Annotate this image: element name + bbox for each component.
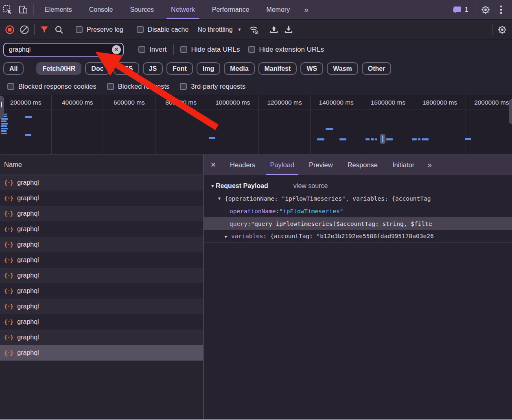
request-row[interactable]: graphql [0,237,203,252]
filter-checkbox[interactable] [107,83,114,90]
payload-variables-row[interactable]: ▶ variables: {accountTag: "b12e3b2192ee5… [204,230,512,243]
type-chip[interactable]: Font [166,62,193,75]
payload-root-node[interactable]: ▼ {operationName: "ipFlowTimeseries", va… [204,192,512,205]
network-conditions-icon[interactable] [247,23,261,37]
preserve-log-toggle[interactable]: Preserve log [72,26,127,33]
export-har-icon[interactable] [281,23,296,37]
request-row[interactable]: graphql [0,268,203,283]
devtools-tab[interactable]: Sources [121,0,162,19]
type-chip[interactable]: Media [224,62,254,75]
invert-toggle[interactable]: Invert [134,46,171,54]
request-row[interactable]: graphql [0,221,203,237]
clear-filter-icon[interactable]: ✕ [112,45,121,54]
filter-checkbox[interactable] [180,83,187,90]
fetch-xhr-icon [4,195,13,201]
request-name: graphql [17,334,39,341]
invert-checkbox[interactable] [138,46,145,53]
details-tab[interactable]: Initiator [385,155,422,175]
search-icon[interactable] [52,23,66,37]
type-chip[interactable]: Other [362,62,392,75]
devtools-tab[interactable]: Memory [258,0,298,19]
request-row[interactable]: graphql [0,206,203,221]
type-chip[interactable]: Fetch/XHR [36,62,81,75]
filter-toggle[interactable]: Blocked response cookies [3,83,101,90]
inspect-element-icon[interactable] [0,2,15,17]
type-chip[interactable]: CSS [114,62,139,75]
timeline-scroll-handle-right[interactable] [509,99,512,124]
filter-row: ✕ Invert Hide data URLs Hide extension U… [0,40,512,59]
disable-cache-toggle[interactable]: Disable cache [133,26,193,33]
hide-extension-urls-label: Hide extension URLs [259,46,324,54]
device-toolbar-icon[interactable] [15,2,31,17]
fetch-xhr-icon [4,288,13,294]
payload-operation-name-row[interactable]: operationName: "ipFlowTimeseries" [204,205,512,217]
request-row[interactable]: graphql [0,330,203,345]
close-details-icon[interactable]: × [204,160,223,170]
clear-button[interactable] [17,23,32,37]
filter-toggle[interactable]: 3rd-party requests [176,83,249,90]
collapsed-node-icon[interactable]: ▶ [225,234,228,238]
details-tab[interactable]: Headers [223,155,263,175]
request-row[interactable]: graphql [0,345,203,361]
type-chip[interactable]: Img [197,62,220,75]
hide-data-urls-checkbox[interactable] [180,46,187,53]
request-row[interactable]: graphql [0,252,203,268]
waterfall-bar [1,133,7,134]
request-row[interactable]: graphql [0,299,203,314]
expanded-node-icon[interactable]: ▼ [218,196,221,201]
devtools-tab[interactable]: Elements [36,0,81,19]
request-row[interactable]: graphql [0,175,203,190]
request-row[interactable]: graphql [0,190,203,206]
waterfall-bar [1,125,7,127]
settings-gear-icon[interactable] [478,2,493,17]
details-tabs: HeadersPayloadPreviewResponseInitiator [223,155,422,175]
filter-toggle[interactable]: Blocked requests [103,83,174,90]
waterfall-bar [326,128,333,130]
record-button[interactable] [2,23,17,37]
type-chip[interactable]: Manifest [258,62,297,75]
devtools-tab[interactable]: Network [162,0,203,19]
details-tab[interactable]: Payload [263,155,302,175]
preserve-log-checkbox[interactable] [76,26,83,33]
type-chip[interactable]: Doc [85,62,109,75]
ruler-label: 1600000 ms [362,95,414,154]
type-chip[interactable]: JS [143,62,163,75]
issues-count: 1 [465,6,468,14]
filter-funnel-icon[interactable] [37,23,52,37]
json-key: query [230,221,247,227]
issues-button[interactable]: 1 [449,6,473,14]
ruler-label: 2000000 ms [466,95,512,154]
filter-label: Blocked response cookies [18,83,96,90]
more-tabs-icon[interactable]: » [298,5,313,14]
filter-checkbox[interactable] [7,83,14,90]
view-source-link[interactable]: view source [293,182,328,190]
filter-input[interactable] [3,43,124,57]
kebab-menu-icon[interactable] [493,2,509,17]
type-chip[interactable]: WS [300,62,323,75]
more-filters-row: Blocked response cookies Blocked request… [0,78,512,95]
type-chip-all[interactable]: All [3,62,24,75]
name-column-header[interactable]: Name [0,155,203,175]
timeline-scroll-handle-left[interactable] [0,96,4,119]
payload-query-row[interactable]: query: "query ipFlowTimeseries($accountT… [204,217,512,230]
request-row[interactable]: graphql [0,283,203,299]
devtools-tab[interactable]: Console [81,0,122,19]
throttling-dropdown[interactable]: No throttling ▼ [193,26,246,33]
network-overview-timeline[interactable]: 200000 ms400000 ms600000 ms800000 ms1000… [0,95,512,155]
divider [173,44,174,55]
ruler-label: 800000 ms [155,95,207,154]
details-more-tabs-icon[interactable]: » [422,160,437,169]
disable-cache-checkbox[interactable] [137,26,144,33]
hide-extension-urls-checkbox[interactable] [248,46,255,53]
import-har-icon[interactable] [267,23,281,37]
network-settings-gear-icon[interactable] [495,23,510,37]
timeline-ruler: 200000 ms400000 ms600000 ms800000 ms1000… [0,95,512,154]
type-chip[interactable]: Wasm [327,62,358,75]
request-row[interactable]: graphql [0,314,203,330]
collapse-section-icon[interactable]: ▼ [210,184,215,188]
hide-data-urls-toggle[interactable]: Hide data URLs [176,46,244,54]
details-tab[interactable]: Response [340,155,385,175]
details-tab[interactable]: Preview [302,155,340,175]
devtools-tab[interactable]: Performance [203,0,258,19]
hide-extension-urls-toggle[interactable]: Hide extension URLs [244,46,328,54]
